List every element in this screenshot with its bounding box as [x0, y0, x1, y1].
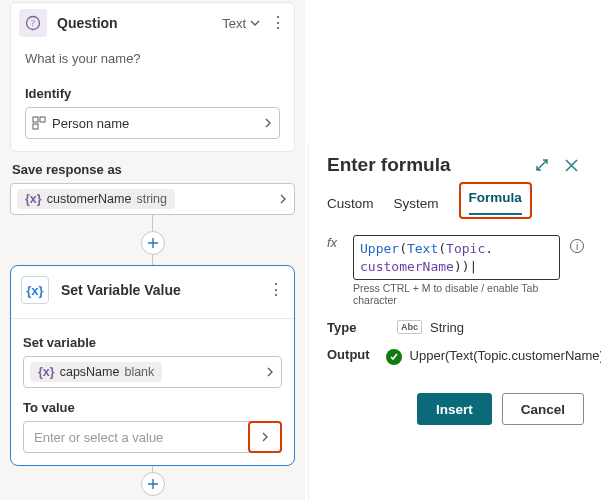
- question-type-label: Text: [222, 16, 246, 31]
- tab-formula[interactable]: Formula: [469, 190, 522, 215]
- question-node: ? Question Text ⋮ What is your name? Ide…: [10, 2, 295, 152]
- to-value-input[interactable]: Enter or select a value: [23, 421, 282, 453]
- type-label: Type: [327, 320, 381, 335]
- close-panel-button[interactable]: [564, 158, 584, 173]
- token-function: Upper: [360, 241, 399, 256]
- token-variable: customerName: [360, 259, 454, 274]
- connector-line: [152, 215, 153, 231]
- type-value: String: [430, 320, 464, 335]
- question-icon: ?: [19, 9, 47, 37]
- save-response-field[interactable]: {x} customerName string: [10, 183, 295, 215]
- tab-custom[interactable]: Custom: [327, 196, 374, 219]
- set-variable-chevron: [265, 366, 275, 378]
- insert-button[interactable]: Insert: [417, 393, 492, 425]
- chevron-right-icon: [265, 366, 275, 378]
- cancel-button[interactable]: Cancel: [502, 393, 584, 425]
- variable-node-icon: {x}: [21, 276, 49, 304]
- svg-rect-4: [33, 124, 38, 129]
- output-row: Output Upper(Text(Topic.customerName)): [327, 347, 584, 365]
- plus-icon: [147, 237, 159, 249]
- tab-formula-highlight: Formula: [459, 182, 532, 219]
- svg-rect-2: [33, 117, 38, 122]
- chevron-right-icon: [260, 431, 270, 443]
- panel-header: Enter formula: [327, 154, 584, 176]
- string-type-icon: Abc: [397, 320, 422, 334]
- formula-input-row: fx Upper(Text(Topic.customerName))| i: [327, 235, 584, 280]
- token-function: Text: [407, 241, 438, 256]
- chevron-right-icon: [263, 117, 273, 129]
- question-prompt[interactable]: What is your name?: [11, 43, 294, 80]
- identify-field[interactable]: Person name: [25, 107, 280, 139]
- to-value-expand-highlight[interactable]: [248, 421, 282, 453]
- to-value-placeholder: Enter or select a value: [34, 430, 248, 445]
- close-icon: [564, 158, 579, 173]
- variable-icon: {x}: [38, 365, 55, 379]
- set-variable-label: Set variable: [23, 335, 282, 350]
- connector-line: [152, 255, 153, 265]
- success-check-icon: [386, 349, 402, 365]
- svg-text:?: ?: [31, 18, 35, 28]
- token-variable: Topic: [446, 241, 485, 256]
- svg-rect-3: [40, 117, 45, 122]
- variable-type: string: [136, 192, 167, 206]
- tab-system[interactable]: System: [394, 196, 439, 219]
- chevron-right-icon: [278, 193, 288, 205]
- add-node-button[interactable]: [141, 472, 165, 496]
- question-node-header: ? Question Text ⋮: [11, 3, 294, 43]
- entity-icon: [32, 116, 46, 130]
- set-variable-node[interactable]: {x} Set Variable Value ⋮ Set variable {x…: [10, 265, 295, 466]
- question-more-menu[interactable]: ⋮: [270, 15, 286, 31]
- variable-type: blank: [124, 365, 154, 379]
- variable-icon: {x}: [25, 192, 42, 206]
- save-response-label: Save response as: [12, 162, 293, 177]
- question-title: Question: [57, 15, 212, 31]
- output-value: Upper(Text(Topic.customerName)): [410, 347, 601, 365]
- output-label: Output: [327, 347, 370, 365]
- enter-formula-panel: Enter formula Custom System Formula fx U…: [308, 144, 598, 500]
- set-variable-title: Set Variable Value: [61, 282, 256, 298]
- plus-icon: [147, 478, 159, 490]
- question-type-selector[interactable]: Text: [222, 16, 260, 31]
- panel-tabs: Custom System Formula: [327, 190, 584, 219]
- variable-name: customerName: [47, 192, 132, 206]
- set-variable-more-menu[interactable]: ⋮: [268, 282, 284, 298]
- formula-hint: Press CTRL + M to disable / enable Tab c…: [353, 282, 584, 306]
- variable-chip-caps[interactable]: {x} capsName blank: [30, 362, 162, 382]
- formula-info-button[interactable]: i: [570, 239, 584, 253]
- identify-label: Identify: [25, 86, 280, 101]
- authoring-canvas: ? Question Text ⋮ What is your name? Ide…: [0, 0, 305, 500]
- fx-label: fx: [327, 235, 345, 250]
- chevron-down-icon: [250, 18, 260, 28]
- to-value-label: To value: [23, 400, 282, 415]
- save-response-chevron: [278, 193, 288, 205]
- expand-icon: [534, 157, 550, 173]
- formula-editor[interactable]: Upper(Text(Topic.customerName))|: [353, 235, 560, 280]
- type-row: Type Abc String: [327, 320, 584, 335]
- add-node-button[interactable]: [141, 231, 165, 255]
- variable-name: capsName: [60, 365, 120, 379]
- identify-chevron: [263, 117, 273, 129]
- expand-panel-button[interactable]: [534, 157, 554, 173]
- variable-chip-customer[interactable]: {x} customerName string: [17, 189, 175, 209]
- set-variable-field[interactable]: {x} capsName blank: [23, 356, 282, 388]
- panel-title: Enter formula: [327, 154, 524, 176]
- text-cursor: |: [470, 259, 478, 274]
- panel-buttons: Insert Cancel: [327, 393, 584, 425]
- identify-value: Person name: [52, 116, 129, 131]
- set-variable-header: {x} Set Variable Value ⋮: [11, 266, 294, 319]
